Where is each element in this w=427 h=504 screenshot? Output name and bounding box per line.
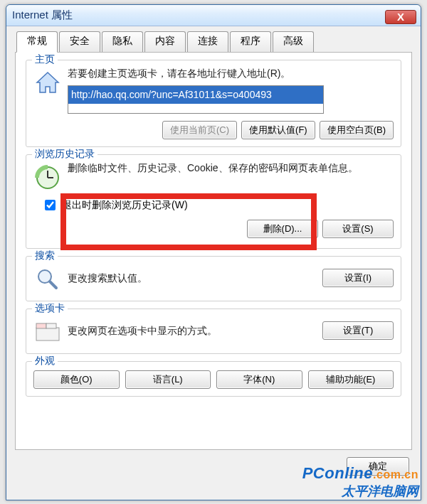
use-blank-button[interactable]: 使用空白页(B)	[320, 121, 394, 139]
group-tabcard: 选项卡 更改网页在选项卡中显示的方式。 设置(T)	[26, 309, 401, 354]
svg-line-5	[50, 282, 56, 288]
tab-privacy[interactable]: 隐私	[102, 31, 143, 53]
close-button[interactable]: X	[385, 10, 416, 24]
tab-programs[interactable]: 程序	[230, 31, 271, 53]
delete-on-exit-checkbox[interactable]: 退出时删除浏览历史记录(W)	[42, 198, 394, 213]
tab-advanced[interactable]: 高级	[273, 31, 314, 53]
group-home: 主页 若要创建主页选项卡，请在各地址行键入地址(R)。 http://hao.q…	[26, 60, 401, 147]
use-current-button[interactable]: 使用当前页(C)	[162, 121, 237, 139]
svg-rect-7	[36, 323, 46, 328]
legend-search: 搜索	[32, 250, 58, 262]
delete-history-button[interactable]: 删除(D)...	[247, 220, 318, 238]
legend-history: 浏览历史记录	[32, 148, 97, 161]
group-search: 搜索 更改搜索默认值。 设置(I)	[26, 256, 401, 301]
group-history: 浏览历史记录 删除临时文件、历史记录、Cookie、保存的密码和网页表单信息。 …	[26, 154, 401, 249]
font-button[interactable]: 字体(N)	[216, 370, 302, 389]
home-icon	[33, 69, 62, 97]
group-appearance: 外观 颜色(O) 语言(L) 字体(N) 辅助功能(E)	[26, 361, 401, 397]
search-settings-button[interactable]: 设置(I)	[322, 269, 394, 287]
tab-content[interactable]: 内容	[144, 31, 186, 53]
home-desc: 若要创建主页选项卡，请在各地址行键入地址(R)。	[68, 66, 394, 81]
tab-security[interactable]: 安全	[59, 31, 100, 53]
history-icon	[33, 163, 62, 192]
delete-on-exit-input[interactable]	[45, 200, 56, 210]
window-title: Internet 属性	[12, 9, 385, 22]
internet-properties-window: Internet 属性 X 常规 安全 隐私 内容 连接 程序 高级 主页 若要…	[6, 4, 421, 500]
legend-home: 主页	[32, 53, 58, 66]
access-button[interactable]: 辅助功能(E)	[308, 370, 394, 389]
svg-rect-6	[36, 328, 59, 341]
tab-general[interactable]: 常规	[16, 31, 58, 53]
tabs-icon	[33, 318, 62, 346]
content-pane: 主页 若要创建主页选项卡，请在各地址行键入地址(R)。 http://hao.q…	[15, 52, 412, 450]
home-url-text: http://hao.qq.com/?unc=Af31011&s=o400493	[68, 86, 323, 104]
search-icon	[33, 265, 62, 294]
home-url-input[interactable]: http://hao.qq.com/?unc=Af31011&s=o400493	[68, 85, 324, 114]
tabcard-settings-button[interactable]: 设置(T)	[322, 321, 394, 340]
color-button[interactable]: 颜色(O)	[33, 370, 120, 389]
history-desc: 删除临时文件、历史记录、Cookie、保存的密码和网页表单信息。	[68, 161, 394, 176]
history-settings-button[interactable]: 设置(S)	[322, 220, 394, 238]
lang-button[interactable]: 语言(L)	[125, 370, 211, 389]
ok-button[interactable]: 确定	[347, 457, 409, 476]
legend-appearance: 外观	[32, 355, 58, 368]
tabcard-desc: 更改网页在选项卡中显示的方式。	[68, 323, 322, 338]
titlebar[interactable]: Internet 属性 X	[6, 5, 421, 26]
tab-connections[interactable]: 连接	[187, 31, 228, 53]
svg-marker-0	[37, 73, 58, 92]
tabstrip: 常规 安全 隐私 内容 连接 程序 高级	[6, 26, 421, 52]
legend-tabcard: 选项卡	[32, 302, 68, 315]
svg-rect-8	[46, 323, 56, 328]
delete-on-exit-label: 退出时删除浏览历史记录(W)	[62, 199, 188, 212]
dialog-footer: 确定	[6, 450, 421, 476]
search-desc: 更改搜索默认值。	[68, 271, 322, 286]
use-default-button[interactable]: 使用默认值(F)	[241, 121, 315, 139]
